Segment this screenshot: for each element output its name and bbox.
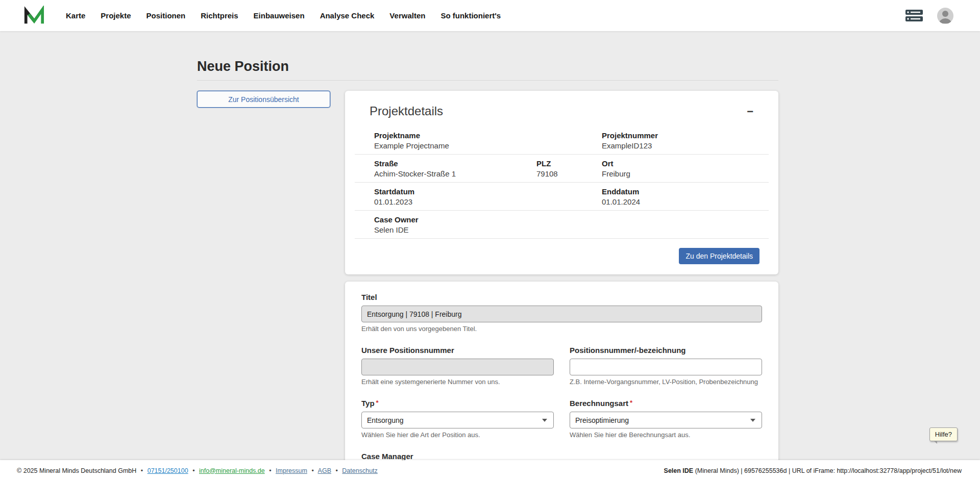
chevron-down-icon — [750, 419, 755, 422]
nav-item-einbauweisen[interactable]: Einbauweisen — [254, 11, 305, 20]
titel-helper: Erhält den von uns vorgegebenen Titel. — [361, 325, 762, 333]
field-label: Ort — [602, 159, 769, 168]
titel-group: Titel Erhält den von uns vorgegebenen Ti… — [361, 293, 762, 333]
table-row: Startdatum 01.01.2023 Enddatum 01.01.202… — [355, 183, 769, 211]
project-card-actions: Zu den Projektdetails — [355, 248, 769, 264]
field-label: Straße — [374, 159, 536, 168]
position-number-row: Unsere Positionsnummer Erhält eine syste… — [361, 346, 762, 386]
positionsnummer-helper: Z.B. Interne-Vorgangsnummer, LV-Position… — [570, 378, 762, 386]
footer-left: © 2025 Mineral Minds Deutschland GmbH • … — [17, 467, 378, 474]
session-details: (Mineral Minds) | 69576255536d | URL of … — [693, 467, 962, 474]
field-value: Freiburg — [602, 169, 769, 178]
main-content: Neue Position Zur Positionsübersicht Pro… — [197, 31, 778, 481]
footer: © 2025 Mineral Minds Deutschland GmbH • … — [0, 460, 980, 481]
nav-item-positionen[interactable]: Positionen — [146, 11, 186, 20]
berechnungsart-label-text: Berechnungsart — [570, 399, 628, 408]
unsere-positionsnummer-group: Unsere Positionsnummer Erhält eine syste… — [361, 346, 554, 386]
help-button[interactable]: Hilfe? — [929, 427, 958, 441]
field-value: Example Projectname — [374, 141, 602, 150]
project-details-card: Projektdetails − Projektname Example Pro… — [345, 91, 778, 274]
footer-session-info: Selen IDE (Mineral Minds) | 69576255536d… — [664, 467, 962, 474]
field-label: Projektname — [374, 131, 602, 140]
unsere-positionsnummer-helper: Erhält eine systemgenerierte Nummer von … — [361, 378, 554, 386]
footer-separator: • — [269, 467, 271, 474]
titel-label: Titel — [361, 293, 762, 301]
session-user: Selen IDE — [664, 467, 694, 474]
typ-select-value: Entsorgung — [367, 416, 404, 424]
field-label: Startdatum — [374, 187, 602, 196]
table-row: Straße Achim-Stocker-Straße 1 PLZ 79108 … — [355, 155, 769, 183]
field-startdatum: Startdatum 01.01.2023 — [355, 187, 602, 206]
field-label: Enddatum — [602, 187, 769, 196]
footer-separator: • — [311, 467, 313, 474]
right-column: Projektdetails − Projektname Example Pro… — [345, 91, 778, 481]
user-avatar-icon[interactable] — [937, 8, 953, 24]
footer-separator: • — [335, 467, 337, 474]
project-fields-table: Projektname Example Projectname Projektn… — [355, 126, 769, 239]
project-card-header: Projektdetails − — [355, 104, 769, 119]
top-navbar: Karte Projekte Positionen Richtpreis Ein… — [0, 0, 980, 31]
nav-item-so-funktionierts[interactable]: So funktioniert's — [440, 11, 501, 20]
nav-menu: Karte Projekte Positionen Richtpreis Ein… — [66, 11, 501, 20]
type-calculation-row: Typ* Entsorgung Wählen Sie hier die Art … — [361, 399, 762, 439]
berechnungsart-label: Berechnungsart* — [570, 399, 762, 408]
title-divider — [197, 80, 778, 81]
footer-separator: • — [141, 467, 143, 474]
positionsnummer-input[interactable] — [570, 359, 762, 375]
field-strasse: Straße Achim-Stocker-Straße 1 — [355, 159, 536, 178]
left-column: Zur Positionsübersicht — [197, 91, 330, 108]
typ-label: Typ* — [361, 399, 554, 408]
typ-select[interactable]: Entsorgung — [361, 412, 554, 428]
typ-group: Typ* Entsorgung Wählen Sie hier die Art … — [361, 399, 554, 439]
field-value: 01.01.2024 — [602, 197, 769, 206]
project-card-title: Projektdetails — [370, 104, 443, 118]
footer-email-link[interactable]: info@mineral-minds.de — [199, 467, 265, 474]
case-manager-label: Case Manager — [361, 452, 762, 461]
position-form-card: Titel Erhält den von uns vorgegebenen Ti… — [345, 282, 778, 481]
mineral-minds-logo-icon[interactable] — [23, 6, 44, 26]
berechnungsart-select-value: Preisoptimierung — [575, 416, 629, 424]
typ-helper: Wählen Sie hier die Art der Position aus… — [361, 431, 554, 439]
nav-item-analyse-check[interactable]: Analyse Check — [320, 11, 375, 20]
table-row: Projektname Example Projectname Projektn… — [355, 126, 769, 155]
footer-link-agb[interactable]: AGB — [318, 467, 331, 474]
field-projektnummer: Projektnummer ExampleID123 — [602, 131, 769, 150]
field-value: ExampleID123 — [602, 141, 769, 150]
berechnungsart-group: Berechnungsart* Preisoptimierung Wählen … — [570, 399, 762, 439]
unsere-positionsnummer-label: Unsere Positionsnummer — [361, 346, 554, 355]
server-icon[interactable] — [905, 10, 923, 22]
field-case-owner: Case Owner Selen IDE — [355, 215, 769, 234]
berechnungsart-select[interactable]: Preisoptimierung — [570, 412, 762, 428]
footer-phone-link[interactable]: 07151/250100 — [148, 467, 188, 474]
field-value: Selen IDE — [374, 225, 769, 234]
go-to-project-details-button[interactable]: Zu den Projektdetails — [679, 248, 760, 264]
nav-item-projekte[interactable]: Projekte — [101, 11, 131, 20]
nav-item-karte[interactable]: Karte — [66, 11, 85, 20]
field-enddatum: Enddatum 01.01.2024 — [602, 187, 769, 206]
field-ort: Ort Freiburg — [602, 159, 769, 178]
chevron-down-icon — [542, 419, 547, 422]
field-value: Achim-Stocker-Straße 1 — [374, 169, 536, 178]
collapse-card-button[interactable]: − — [743, 104, 757, 119]
content-row: Zur Positionsübersicht Projektdetails − … — [197, 91, 778, 481]
required-asterisk: * — [630, 399, 632, 407]
nav-item-richtpreis[interactable]: Richtpreis — [201, 11, 238, 20]
table-row: Case Owner Selen IDE — [355, 211, 769, 239]
footer-link-impressum[interactable]: Impressum — [276, 467, 307, 474]
back-to-positions-button[interactable]: Zur Positionsübersicht — [197, 91, 330, 108]
typ-label-text: Typ — [361, 399, 375, 408]
footer-link-datenschutz[interactable]: Datenschutz — [342, 467, 377, 474]
unsere-positionsnummer-input — [361, 359, 554, 375]
nav-item-verwalten[interactable]: Verwalten — [389, 11, 425, 20]
page-title: Neue Position — [197, 59, 778, 74]
berechnungsart-helper: Wählen Sie hier die Berechnungsart aus. — [570, 431, 762, 439]
footer-copyright: © 2025 Mineral Minds Deutschland GmbH — [17, 467, 136, 474]
field-label: Case Owner — [374, 215, 769, 224]
field-value: 79108 — [536, 169, 602, 178]
footer-separator: • — [192, 467, 194, 474]
field-value: 01.01.2023 — [374, 197, 602, 206]
positionsnummer-label: Positionsnummer/-bezeichnung — [570, 346, 762, 355]
navbar-right — [905, 8, 953, 24]
field-label: Projektnummer — [602, 131, 769, 140]
field-projektname: Projektname Example Projectname — [355, 131, 602, 150]
